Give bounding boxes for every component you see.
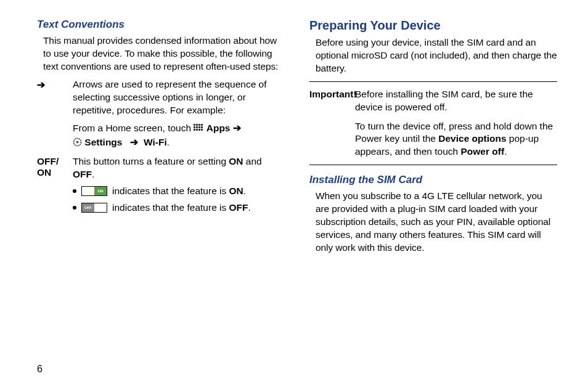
arrow-definition-row: ➔ Arrows are used to represent the seque… (37, 78, 285, 149)
svg-rect-11 (201, 129, 203, 131)
important-label: Important! (309, 89, 357, 99)
toggle-on-icon: ON (81, 186, 107, 196)
svg-rect-2 (198, 124, 200, 126)
svg-rect-3 (201, 124, 203, 126)
sim-card-body: When you subscribe to a 4G LTE cellular … (309, 190, 557, 255)
bullet-icon (73, 189, 76, 193)
two-column-layout: Text Conventions This manual provides co… (37, 18, 557, 259)
svg-rect-10 (198, 129, 200, 131)
off-word: OFF (73, 169, 92, 179)
intro-paragraph: This manual provides condensed informati… (37, 35, 285, 73)
preparing-device-heading: Preparing Your Device (309, 18, 557, 33)
bullet-on-row: ON indicates that the feature is ON. (73, 185, 285, 198)
page-number: 6 (37, 364, 43, 375)
svg-rect-0 (194, 124, 195, 126)
settings-label: Settings (84, 137, 122, 147)
example-block: From a Home screen, touch Apps ➔ (73, 121, 285, 150)
svg-rect-9 (196, 129, 198, 131)
example-prefix: From a Home screen, touch (73, 123, 194, 133)
svg-rect-8 (194, 129, 195, 131)
device-options-text: Device options (438, 133, 506, 144)
offon-end: . (92, 169, 94, 179)
arrow-inline-icon: ➔ (233, 123, 241, 133)
divider-top (309, 81, 557, 82)
wifi-label: Wi-Fi (144, 137, 167, 147)
sim-card-heading: Installing the SIM Card (309, 174, 557, 186)
svg-point-13 (76, 141, 79, 143)
left-column: Text Conventions This manual provides co… (37, 18, 285, 259)
right-column: Preparing Your Device Before using your … (309, 18, 557, 259)
important-p2: To turn the device off, press and hold d… (355, 120, 557, 159)
apps-label: Apps (206, 123, 231, 133)
toggle-on-text: ON (94, 187, 107, 195)
apps-icon (194, 124, 203, 133)
period: . (167, 137, 169, 147)
text-conventions-heading: Text Conventions (37, 18, 285, 31)
arrow-icon: ➔ (37, 80, 45, 90)
offon-label-line2: ON (37, 167, 51, 178)
arrow-inline2-icon: ➔ (130, 137, 138, 147)
svg-rect-4 (194, 126, 195, 128)
svg-rect-1 (196, 124, 198, 126)
svg-rect-5 (196, 126, 198, 128)
offon-description: This button turns a feature or setting O… (73, 155, 285, 214)
preparing-intro: Before using your device, install the SI… (309, 36, 557, 75)
bullet-off-row: OFF indicates that the feature is OFF. (73, 202, 285, 214)
settings-icon (73, 136, 82, 145)
arrow-description: Arrows are used to represent the sequenc… (73, 78, 285, 149)
bullet-icon (73, 206, 76, 210)
important-p1: Before installing the SIM card, be sure … (355, 88, 557, 114)
toggle-off-text: OFF (82, 203, 94, 212)
and-word: and (243, 156, 262, 166)
arrow-symbol: ➔ (37, 78, 73, 149)
power-off-text: Power off (461, 146, 505, 157)
offon-definition-row: OFF/ ON This button turns a feature or s… (37, 155, 285, 214)
offon-label-line1: OFF/ (37, 156, 59, 166)
bullet-on-text: indicates that the feature is ON. (112, 185, 246, 198)
svg-rect-7 (201, 126, 203, 128)
bullet-off-text: indicates that the feature is OFF. (112, 202, 251, 214)
toggle-off-icon: OFF (81, 203, 107, 213)
arrow-desc-text: Arrows are used to represent the sequenc… (73, 79, 267, 115)
svg-rect-6 (198, 126, 200, 128)
important-block: Important! Before installing the SIM car… (309, 88, 557, 159)
divider-bottom (309, 165, 557, 165)
offon-label: OFF/ ON (37, 155, 73, 214)
on-word: ON (229, 156, 243, 166)
offon-desc-text: This button turns a feature or setting (73, 156, 229, 166)
